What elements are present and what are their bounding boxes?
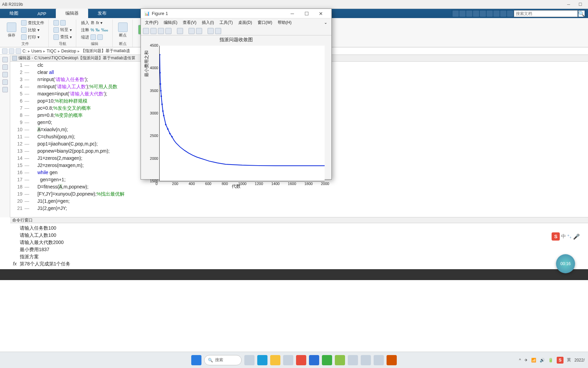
- explorer-icon[interactable]: [270, 355, 280, 365]
- app-icon[interactable]: [374, 355, 384, 365]
- tab-plot[interactable]: 绘图: [0, 9, 28, 18]
- ribbon-group-label: 导航: [59, 41, 66, 47]
- start-button[interactable]: [191, 355, 201, 365]
- comment-button[interactable]: 注释 % ‰ ‱: [80, 27, 110, 33]
- store-icon[interactable]: [283, 355, 293, 365]
- breakpoint-icon: [118, 22, 128, 32]
- plot-line: [160, 46, 325, 181]
- minimize-button[interactable]: ─: [563, 1, 574, 8]
- letterbox-strip: [0, 269, 588, 280]
- layout2-icon[interactable]: [196, 28, 202, 34]
- save-icon[interactable]: [158, 28, 164, 34]
- svg-point-1: [160, 72, 161, 73]
- app-icon[interactable]: [348, 355, 358, 365]
- clock[interactable]: 2022/: [574, 358, 585, 363]
- tray-battery-icon[interactable]: 🔋: [548, 358, 553, 363]
- nav-back-button[interactable]: [52, 20, 73, 26]
- app-icon[interactable]: [361, 355, 371, 365]
- app-icon[interactable]: [296, 355, 306, 365]
- insert-button[interactable]: 插入 🖹 fx ▾: [80, 20, 110, 26]
- paste-icon[interactable]: [473, 11, 479, 17]
- open-icon[interactable]: [150, 28, 157, 34]
- plot-xlabel: 代数: [141, 183, 331, 189]
- search-icon[interactable]: 🔍: [578, 11, 585, 17]
- matlab-icon[interactable]: [387, 355, 397, 365]
- nav-back-icon[interactable]: [2, 48, 7, 54]
- tray-volume-icon[interactable]: 🔊: [540, 358, 545, 363]
- expand-icon[interactable]: [2, 57, 8, 62]
- new-figure-icon[interactable]: [143, 28, 149, 34]
- folder-icon[interactable]: [16, 48, 21, 54]
- wechat-icon[interactable]: [322, 355, 332, 365]
- compare-icon: [21, 27, 27, 33]
- indent-button[interactable]: 缩进: [80, 34, 110, 41]
- nav-fwd-icon[interactable]: [9, 48, 14, 54]
- find-button[interactable]: 查找 ▾: [52, 34, 73, 40]
- quick-access-toolbar: 🔍: [451, 10, 586, 18]
- maximize-button[interactable]: ☐: [574, 1, 586, 8]
- svg-point-11: [171, 136, 173, 137]
- redo-icon[interactable]: [487, 11, 493, 17]
- menu-help[interactable]: 帮助(H): [276, 19, 294, 26]
- help-icon[interactable]: [500, 11, 506, 17]
- tray-chevron-icon[interactable]: ^: [519, 358, 521, 363]
- print-button[interactable]: 打印 ▾: [20, 34, 46, 41]
- compare-button[interactable]: 比较 ▾: [20, 27, 46, 33]
- panel-icon[interactable]: [2, 87, 8, 92]
- ime-indicator[interactable]: S 中 °₊ 🎤: [552, 232, 580, 241]
- edge-icon[interactable]: [257, 355, 267, 365]
- print-icon[interactable]: [493, 11, 500, 17]
- panel-icon[interactable]: [2, 72, 8, 77]
- figure-titlebar[interactable]: 📊 Figure 1 ─ ☐ ✕: [141, 9, 331, 18]
- taskview-icon[interactable]: [244, 355, 255, 365]
- command-window[interactable]: 请输入任务数100 请输入工人数100 请输入最大代数2000 最小费用1837…: [10, 223, 588, 269]
- menu-edit[interactable]: 编辑(E): [162, 19, 179, 26]
- menu-tools[interactable]: 工具(T): [217, 19, 235, 26]
- undo-icon[interactable]: [480, 11, 486, 17]
- figure-minimize-button[interactable]: ─: [285, 9, 299, 18]
- pointer-icon[interactable]: [208, 28, 214, 34]
- ime-more-icon[interactable]: °₊: [567, 234, 572, 239]
- plot-axes[interactable]: 1500200025003000350040004500020040060080…: [159, 46, 325, 181]
- menu-insert[interactable]: 插入(I): [200, 19, 216, 26]
- panel-icon[interactable]: [2, 79, 8, 85]
- sogou-tray-icon[interactable]: S: [557, 357, 564, 364]
- find-files-button[interactable]: 查找文件: [20, 20, 46, 26]
- recording-timer-badge[interactable]: 00:16: [556, 254, 575, 273]
- addon-icon[interactable]: [507, 11, 513, 17]
- save-button[interactable]: 保存: [5, 22, 18, 38]
- system-tray[interactable]: ^ ✈ 📶 🔊 🔋 S 英 2022/: [519, 357, 585, 364]
- sidebar-collapsed[interactable]: [0, 56, 10, 217]
- mic-icon[interactable]: 🎤: [573, 233, 580, 240]
- panel-icon[interactable]: [2, 64, 8, 70]
- tab-publish[interactable]: 发布: [88, 9, 116, 18]
- copy-icon[interactable]: [466, 11, 472, 17]
- cmd-line: 最小费用1837: [20, 246, 578, 253]
- menu-desktop[interactable]: 桌面(D): [236, 19, 254, 26]
- cut-icon[interactable]: [459, 11, 466, 17]
- save-icon[interactable]: [453, 11, 459, 17]
- menu-file[interactable]: 文件(F): [143, 19, 160, 26]
- breadcrumb[interactable]: C:▸ Users▸ TIQC▸ Desktop▸ 【指派问题】基于matlab…: [22, 48, 130, 54]
- breakpoint-button[interactable]: 断点: [116, 22, 130, 38]
- menu-window[interactable]: 窗口(W): [256, 19, 274, 26]
- menu-overflow-icon[interactable]: ⌄: [322, 19, 329, 26]
- tray-wifi-icon[interactable]: 📶: [531, 358, 536, 363]
- tab-app[interactable]: APP: [28, 10, 56, 18]
- figure-window[interactable]: 📊 Figure 1 ─ ☐ ✕ 文件(F) 编辑(E) 查看(V) 插入(I)…: [141, 9, 332, 180]
- layout1-icon[interactable]: [189, 28, 195, 34]
- tray-ime-icon[interactable]: 英: [567, 357, 571, 363]
- legend-icon[interactable]: [215, 28, 221, 34]
- app-icon[interactable]: [309, 355, 319, 365]
- search-docs-input[interactable]: [514, 10, 578, 17]
- tray-location-icon[interactable]: ✈: [524, 358, 528, 363]
- dock-icon[interactable]: [177, 28, 183, 34]
- app-icon[interactable]: [335, 355, 345, 365]
- figure-close-button[interactable]: ✕: [314, 9, 328, 18]
- tab-editor[interactable]: 编辑器: [56, 9, 88, 18]
- goto-button[interactable]: 转至 ▾: [52, 27, 73, 33]
- menu-view[interactable]: 查看(V): [181, 19, 198, 26]
- figure-maximize-button[interactable]: ☐: [299, 9, 314, 18]
- print-icon[interactable]: [165, 28, 172, 34]
- taskbar-search[interactable]: 🔍 搜索: [204, 355, 242, 365]
